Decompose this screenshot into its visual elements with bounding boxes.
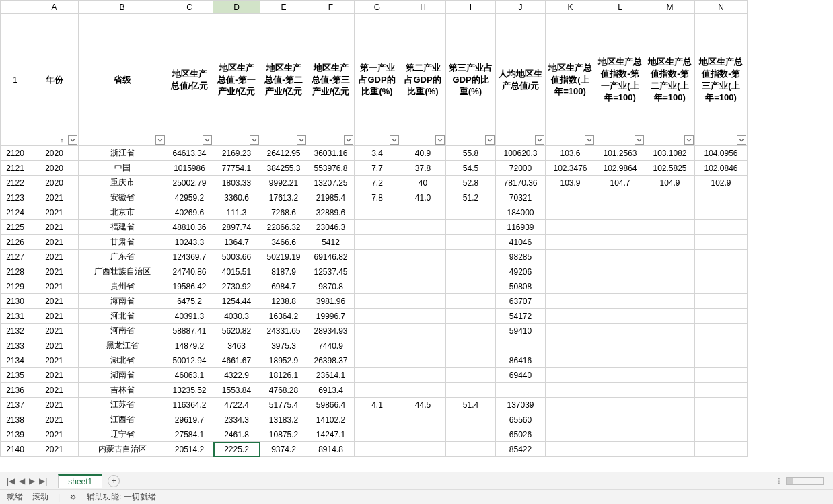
cell[interactable] bbox=[355, 383, 400, 398]
column-header-E[interactable]: E bbox=[260, 1, 307, 14]
cell[interactable] bbox=[400, 383, 446, 398]
cell[interactable] bbox=[446, 368, 496, 383]
cell[interactable] bbox=[355, 427, 400, 442]
cell[interactable]: 海南省 bbox=[79, 294, 166, 309]
header-cell-G[interactable]: 第一产业占GDP的比重(%) bbox=[355, 14, 400, 146]
row-header[interactable]: 2129 bbox=[1, 279, 30, 294]
cell[interactable]: 85422 bbox=[496, 442, 546, 457]
column-header-G[interactable]: G bbox=[355, 1, 400, 14]
cell[interactable] bbox=[446, 427, 496, 442]
cell[interactable]: 安徽省 bbox=[79, 190, 166, 205]
cell[interactable]: 48810.36 bbox=[166, 220, 213, 235]
cell[interactable]: 116939 bbox=[496, 220, 546, 235]
column-header-B[interactable]: B bbox=[79, 1, 166, 14]
cell[interactable]: 7268.6 bbox=[260, 205, 307, 220]
cell[interactable] bbox=[546, 250, 595, 264]
cell[interactable]: 40391.3 bbox=[166, 309, 213, 324]
cell[interactable] bbox=[595, 412, 645, 427]
cell[interactable]: 5412 bbox=[307, 235, 355, 250]
cell[interactable] bbox=[695, 250, 748, 264]
cell[interactable]: 184000 bbox=[496, 205, 546, 220]
cell[interactable]: 2225.2 bbox=[213, 442, 260, 457]
row-header[interactable]: 2125 bbox=[1, 220, 30, 235]
header-cell-J[interactable]: 人均地区生产总值/元 bbox=[496, 14, 546, 146]
cell[interactable]: 101.2563 bbox=[595, 146, 645, 161]
header-cell-N[interactable]: 地区生产总值指数-第三产业(上年=100) bbox=[695, 14, 748, 146]
cell[interactable] bbox=[446, 338, 496, 353]
row-header[interactable]: 2139 bbox=[1, 427, 30, 442]
cell[interactable]: 1803.33 bbox=[213, 176, 260, 190]
cell[interactable]: 50808 bbox=[496, 279, 546, 294]
cell[interactable]: 1254.44 bbox=[213, 294, 260, 309]
header-cell-C[interactable]: 地区生产总值/亿元 bbox=[166, 14, 213, 146]
cell[interactable] bbox=[400, 205, 446, 220]
cell[interactable] bbox=[546, 205, 595, 220]
cell[interactable]: 41.0 bbox=[400, 190, 446, 205]
sheet-nav-prev[interactable]: ◀ bbox=[19, 476, 25, 486]
cell[interactable]: 4661.67 bbox=[213, 353, 260, 368]
cell[interactable]: 104.7 bbox=[595, 176, 645, 190]
cell[interactable] bbox=[355, 294, 400, 309]
column-header-K[interactable]: K bbox=[546, 1, 595, 14]
filter-button[interactable] bbox=[250, 135, 259, 145]
cell[interactable] bbox=[595, 294, 645, 309]
filter-button[interactable] bbox=[684, 135, 694, 145]
cell[interactable]: 2169.23 bbox=[213, 146, 260, 161]
cell[interactable] bbox=[645, 427, 695, 442]
cell[interactable] bbox=[645, 353, 695, 368]
cell[interactable] bbox=[400, 427, 446, 442]
cell[interactable] bbox=[546, 309, 595, 324]
cell[interactable] bbox=[400, 235, 446, 250]
cell[interactable] bbox=[645, 279, 695, 294]
cell[interactable] bbox=[355, 338, 400, 353]
header-cell-M[interactable]: 地区生产总值指数-第二产业(上年=100) bbox=[645, 14, 695, 146]
header-cell-K[interactable]: 地区生产总值指数(上年=100) bbox=[546, 14, 595, 146]
cell[interactable]: 2020 bbox=[30, 161, 79, 176]
cell[interactable] bbox=[645, 412, 695, 427]
cell[interactable]: 7440.9 bbox=[307, 338, 355, 353]
cell[interactable]: 广西壮族自治区 bbox=[79, 264, 166, 279]
cell[interactable]: 32889.6 bbox=[307, 205, 355, 220]
row-header[interactable]: 2122 bbox=[1, 176, 30, 190]
row-header[interactable]: 2131 bbox=[1, 309, 30, 324]
cell[interactable]: 3463 bbox=[213, 338, 260, 353]
sheet-nav-last[interactable]: ▶| bbox=[39, 476, 47, 486]
cell[interactable]: 河南省 bbox=[79, 324, 166, 338]
row-header[interactable]: 2133 bbox=[1, 338, 30, 353]
cell[interactable] bbox=[546, 324, 595, 338]
sheet-nav-next[interactable]: ▶ bbox=[29, 476, 35, 486]
header-cell-F[interactable]: 地区生产总值-第三产业/亿元 bbox=[307, 14, 355, 146]
cell[interactable]: 59410 bbox=[496, 324, 546, 338]
cell[interactable] bbox=[400, 338, 446, 353]
cell[interactable]: 重庆市 bbox=[79, 176, 166, 190]
row-header[interactable]: 2132 bbox=[1, 324, 30, 338]
cell[interactable]: 111.3 bbox=[213, 205, 260, 220]
cell[interactable]: 103.1082 bbox=[645, 146, 695, 161]
cell[interactable] bbox=[645, 220, 695, 235]
cell[interactable]: 甘肃省 bbox=[79, 235, 166, 250]
cell[interactable]: 137039 bbox=[496, 398, 546, 412]
cell[interactable]: 116364.2 bbox=[166, 398, 213, 412]
cell[interactable]: 40.9 bbox=[400, 146, 446, 161]
cell[interactable]: 63707 bbox=[496, 294, 546, 309]
cell[interactable] bbox=[695, 368, 748, 383]
cell[interactable]: 46063.1 bbox=[166, 368, 213, 383]
cell[interactable] bbox=[355, 324, 400, 338]
cell[interactable]: 4.1 bbox=[355, 398, 400, 412]
row-header[interactable]: 2124 bbox=[1, 205, 30, 220]
cell[interactable]: 21985.4 bbox=[307, 190, 355, 205]
row-header[interactable]: 2127 bbox=[1, 250, 30, 264]
cell[interactable]: 4768.28 bbox=[260, 383, 307, 398]
cell[interactable]: 65026 bbox=[496, 427, 546, 442]
cell[interactable] bbox=[546, 235, 595, 250]
row-header[interactable]: 2121 bbox=[1, 161, 30, 176]
cell[interactable]: 4015.51 bbox=[213, 264, 260, 279]
cell[interactable]: 26412.95 bbox=[260, 146, 307, 161]
cell[interactable]: 124369.7 bbox=[166, 250, 213, 264]
cell[interactable] bbox=[695, 427, 748, 442]
cell[interactable] bbox=[355, 205, 400, 220]
cell[interactable] bbox=[695, 294, 748, 309]
row-header[interactable]: 2128 bbox=[1, 264, 30, 279]
cell[interactable]: 贵州省 bbox=[79, 279, 166, 294]
cell[interactable] bbox=[595, 235, 645, 250]
